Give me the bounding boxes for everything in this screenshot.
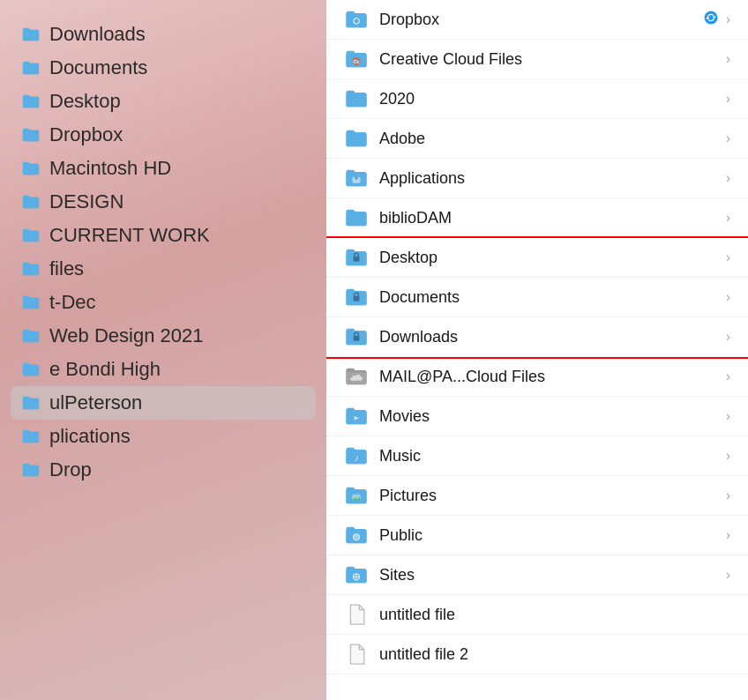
sidebar-item-label: t-Dec	[49, 291, 96, 314]
folder-icon	[21, 226, 41, 245]
file-row[interactable]: Applications›	[326, 159, 748, 198]
app-folder-icon	[344, 166, 369, 190]
file-name: Pictures	[379, 487, 719, 505]
file-row[interactable]: 2020›	[326, 79, 748, 119]
sites-folder-icon	[344, 562, 369, 587]
file-row[interactable]: Adobe›	[326, 119, 748, 159]
file-row[interactable]: Cc Creative Cloud Files›	[326, 40, 748, 79]
sidebar-item-label: CURRENT WORK	[49, 224, 210, 247]
chevron-icon: ›	[726, 210, 730, 226]
folder-icon	[344, 86, 369, 111]
folder-icon	[21, 460, 41, 480]
public-folder-icon	[344, 523, 369, 547]
folder-icon	[21, 427, 41, 446]
chevron-icon: ›	[726, 91, 730, 107]
file-name: biblioDAM	[379, 209, 719, 227]
chevron-icon: ›	[726, 488, 730, 503]
sidebar-item[interactable]: files	[0, 252, 326, 286]
folder-icon	[21, 58, 41, 78]
chevron-icon: ›	[726, 249, 730, 265]
chevron-icon: ›	[726, 51, 730, 67]
sidebar-item[interactable]: Drop	[0, 453, 326, 487]
folder-icon	[344, 126, 369, 151]
locked-folder-icon	[344, 245, 369, 270]
file-row[interactable]: Public›	[326, 516, 748, 555]
sidebar-item[interactable]: CURRENT WORK	[0, 219, 326, 252]
sidebar-item-label: Macintosh HD	[49, 157, 171, 180]
file-row[interactable]: biblioDAM›	[326, 198, 748, 238]
file-row[interactable]: MAIL@PA...Cloud Files›	[326, 357, 748, 397]
sidebar-item-label: plications	[49, 425, 131, 448]
locked-folder-icon	[344, 285, 369, 309]
svg-rect-6	[354, 257, 360, 262]
file-row[interactable]: ♪ Music›	[326, 436, 748, 476]
chevron-icon: ›	[726, 329, 730, 345]
file-name: Dropbox	[379, 11, 696, 29]
svg-text:♪: ♪	[354, 452, 358, 463]
sidebar-item[interactable]: Desktop	[0, 85, 326, 118]
file-name: Downloads	[379, 328, 719, 346]
chevron-icon: ›	[726, 567, 730, 583]
sidebar-item[interactable]: e Bondi High	[0, 353, 326, 386]
folder-icon	[21, 192, 41, 212]
sidebar-item[interactable]: plications	[0, 420, 326, 453]
cc-folder-icon: Cc	[344, 47, 369, 71]
sidebar-item[interactable]: Dropbox	[0, 118, 326, 152]
sidebar-item-label: Web Design 2021	[49, 324, 204, 347]
chevron-icon: ›	[726, 369, 730, 384]
file-name: Music	[379, 447, 719, 465]
file-name: Adobe	[379, 130, 719, 148]
folder-icon	[21, 125, 41, 145]
folder-icon	[344, 205, 369, 230]
sidebar-item[interactable]: Documents	[0, 51, 326, 85]
dropbox-folder-icon: ⬡	[344, 7, 369, 32]
sidebar-item-label: Documents	[49, 56, 147, 79]
chevron-icon: ›	[726, 130, 730, 146]
file-name: Movies	[379, 407, 719, 426]
sidebar-item-label: Desktop	[49, 90, 121, 113]
sidebar-item-label: e Bondi High	[49, 358, 161, 381]
sidebar-item-label: DESIGN	[49, 190, 123, 213]
file-row[interactable]: ⬡ Dropbox ›	[326, 0, 748, 40]
sidebar-item[interactable]: Macintosh HD	[0, 152, 326, 185]
folder-icon	[21, 393, 41, 413]
sidebar: Downloads Documents Desktop Dropbox Maci…	[0, 0, 326, 700]
file-row[interactable]: Downloads›	[326, 317, 748, 357]
sidebar-item[interactable]: t-Dec	[0, 286, 326, 319]
file-row[interactable]: Sites›	[326, 555, 748, 595]
svg-rect-7	[354, 296, 360, 302]
file-row[interactable]: Documents›	[326, 278, 748, 317]
chevron-icon: ›	[726, 527, 730, 543]
sidebar-item-label: Dropbox	[49, 123, 123, 146]
folder-icon	[21, 259, 41, 279]
sidebar-item[interactable]: Web Design 2021	[0, 319, 326, 353]
sync-badge	[703, 10, 719, 30]
file-row[interactable]: Desktop›	[326, 238, 748, 278]
file-row[interactable]: Movies›	[326, 397, 748, 436]
blank-file-icon	[344, 642, 369, 666]
sidebar-item[interactable]: DESIGN	[0, 185, 326, 219]
file-name: Sites	[379, 566, 719, 585]
sidebar-item[interactable]: ulPeterson	[11, 386, 316, 420]
file-row[interactable]: Pictures›	[326, 476, 748, 516]
file-name: untitled file	[379, 606, 730, 624]
sidebar-item-label: files	[49, 257, 84, 280]
file-row[interactable]: untitled file 2	[326, 635, 748, 674]
file-name: Documents	[379, 288, 719, 307]
svg-point-5	[355, 176, 358, 180]
folder-icon	[21, 25, 41, 44]
sidebar-item-label: Downloads	[49, 23, 146, 46]
file-name: Public	[379, 526, 719, 545]
file-name: 2020	[379, 90, 719, 108]
chevron-icon: ›	[726, 170, 730, 186]
sidebar-item[interactable]: Downloads	[0, 18, 326, 51]
file-name: Desktop	[379, 249, 719, 267]
locked-folder-icon	[344, 324, 369, 349]
pictures-folder-icon	[344, 483, 369, 508]
music-folder-icon: ♪	[344, 443, 369, 468]
svg-rect-8	[354, 336, 360, 341]
chevron-icon: ›	[726, 408, 730, 424]
file-row[interactable]: untitled file	[326, 595, 748, 635]
sidebar-item-label: Drop	[49, 458, 92, 481]
file-name: untitled file 2	[379, 645, 730, 664]
